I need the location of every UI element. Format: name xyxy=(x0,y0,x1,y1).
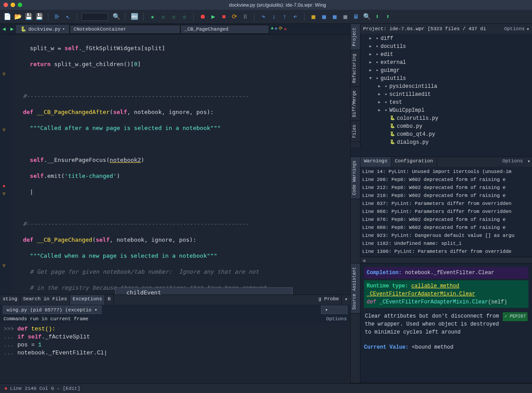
class-selector[interactable]: CNotebookContainer xyxy=(70,25,180,34)
cursor-icon[interactable]: ↖ xyxy=(63,12,72,21)
autocomplete-popup[interactable]: childEventchildrenClearconnectNotifycust… xyxy=(115,287,293,295)
warnings-list[interactable]: Line 14: PyLint: Unused import itertools… xyxy=(360,167,532,257)
bookmark-prev-icon[interactable]: ☆ xyxy=(159,12,168,21)
tree-item[interactable]: 🐍combo_qt4.py xyxy=(360,130,532,138)
tree-item[interactable]: 🐍colorutils.py xyxy=(360,114,532,122)
bottom-tab-search-in-files[interactable]: Search in Files xyxy=(20,295,70,305)
maximize-window-button[interactable] xyxy=(18,3,22,7)
tree-item[interactable]: 🐍dialogs.py xyxy=(360,138,532,146)
status-error-icon[interactable]: ✱ xyxy=(4,385,8,391)
code-editor[interactable]: ▽ ▽ ◆ ▽ ▽ split_w = self._fGtkSplitWidge… xyxy=(0,35,350,295)
bottom-options-link[interactable]: Options xyxy=(326,316,347,322)
debug-frame-selector[interactable]: ▾ xyxy=(321,306,348,314)
nav-forward-button[interactable]: ▶ xyxy=(8,26,16,32)
bookmark-next-icon[interactable]: ☆ xyxy=(169,12,178,21)
misc-icon-2[interactable]: ▦ xyxy=(320,12,329,21)
debug-repl[interactable]: >>> def test(): ... if self._fActiveSpli… xyxy=(0,323,350,383)
side-tab[interactable]: Files xyxy=(351,121,360,142)
side-tab[interactable]: Refactoring xyxy=(351,50,360,87)
toolbar-search-input[interactable] xyxy=(82,13,108,21)
tree-expand-icon[interactable]: ▶ xyxy=(378,83,383,90)
warnings-tab[interactable]: Warnings xyxy=(360,157,391,167)
debug-process-selector[interactable]: wing.py (pid 85777) (exceptio ▾ xyxy=(3,306,102,314)
bottom-tab-debug-probe[interactable]: g Probe xyxy=(316,295,342,305)
pause-icon[interactable]: ⏸ xyxy=(241,12,250,21)
tree-item[interactable]: ▶▪WGuiCppImpl xyxy=(360,106,532,114)
bottom-tab-b[interactable]: B xyxy=(105,295,114,305)
warning-item[interactable]: Line 866: PyLint: Parameters differ from… xyxy=(362,208,530,216)
tree-item[interactable]: ▶▪pysidescintilla xyxy=(360,83,532,90)
tab-dropdown-icon[interactable]: ▾ xyxy=(63,27,65,31)
tree-item[interactable]: ▶▪test xyxy=(360,98,532,106)
side-tab[interactable]: Project xyxy=(351,24,360,50)
indicator-blue-icon[interactable]: ⬖ xyxy=(275,26,278,32)
runtime-class-link[interactable]: _CEventFilterForAdapterMixin.Clear xyxy=(367,290,526,298)
find-icon[interactable]: 🔍 xyxy=(362,12,371,21)
tree-expand-icon[interactable]: ▶ xyxy=(378,90,383,98)
file-tab-dockview[interactable]: 🐍 dockview.py ▾ xyxy=(16,25,70,33)
misc-icon-5[interactable]: 🖥 xyxy=(352,12,360,21)
method-selector[interactable]: _CB_PageChanged xyxy=(180,25,269,34)
upload-icon[interactable]: ⬆ xyxy=(383,12,392,21)
tree-item[interactable]: ▶▪guimgr xyxy=(360,67,532,75)
indicator-green-icon[interactable]: ▲ xyxy=(271,26,274,32)
warning-item[interactable]: Line 14: PyLint: Unused import itertools… xyxy=(362,168,530,176)
stop-icon[interactable]: ■ xyxy=(219,12,228,21)
minimize-window-button[interactable] xyxy=(11,3,15,7)
tree-expand-icon[interactable]: ▼ xyxy=(369,75,374,83)
step-back-icon[interactable]: ↶ xyxy=(291,12,300,21)
restart-icon[interactable]: ⟳ xyxy=(230,12,239,21)
tree-expand-icon[interactable]: ▶ xyxy=(369,51,374,59)
run-icon[interactable]: ▶ xyxy=(209,12,218,21)
project-menu-icon[interactable]: ▾ xyxy=(526,26,529,32)
warning-item[interactable]: Line 1306: PyLint: Parameters differ fro… xyxy=(362,248,530,255)
side-tab[interactable]: Source Assistant xyxy=(351,263,360,314)
tree-expand-icon[interactable]: ▶ xyxy=(369,67,374,75)
warnings-scrollbar[interactable]: ◀ xyxy=(360,257,532,263)
bookmark-icon[interactable]: ★ xyxy=(148,12,157,21)
misc-icon-4[interactable]: ▦ xyxy=(341,12,350,21)
tree-expand-icon[interactable]: ▶ xyxy=(378,98,383,106)
warnings-options-link[interactable]: Options xyxy=(500,157,525,167)
misc-icon-3[interactable]: ▦ xyxy=(330,12,339,21)
warning-item[interactable]: Line 923: PyLint: Dangerous default valu… xyxy=(362,232,530,240)
tree-item[interactable]: ▶▪scintillaedit xyxy=(360,90,532,98)
warning-item[interactable]: Line 1182: Undefined name: split_i xyxy=(362,240,530,248)
replace-icon[interactable]: 🔤 xyxy=(130,12,139,21)
new-file-icon[interactable]: 📄 xyxy=(3,12,12,21)
warning-item[interactable]: Line 876: Pep8: W602 deprecated form of … xyxy=(362,216,530,224)
bottom-tab-exceptions[interactable]: Exceptions xyxy=(70,295,105,305)
step-into-icon[interactable]: ↓ xyxy=(270,12,278,21)
settings-icon[interactable]: ⊪ xyxy=(53,12,62,21)
search-icon[interactable]: 🔍 xyxy=(112,12,121,21)
tree-item[interactable]: 🐍combo.py xyxy=(360,122,532,130)
step-over-icon[interactable]: ↷ xyxy=(259,12,268,21)
bookmark-list-icon[interactable]: ☆ xyxy=(180,12,189,21)
open-folder-icon[interactable]: 📂 xyxy=(13,12,22,21)
warning-item[interactable]: Line 637: PyLint: Parameters differ from… xyxy=(362,200,530,208)
warning-item[interactable]: Line 212: Pep8: W602 deprecated form of … xyxy=(362,184,530,192)
close-editor-icon[interactable]: ✕ xyxy=(284,26,287,32)
warning-item[interactable]: Line 880: Pep8: W602 deprecated form of … xyxy=(362,224,530,232)
warnings-menu-icon[interactable]: ▾ xyxy=(525,157,532,167)
tree-expand-icon[interactable]: ▶ xyxy=(369,35,374,43)
tree-item[interactable]: ▶▪external xyxy=(360,59,532,67)
misc-icon-1[interactable]: ▦ xyxy=(309,12,318,21)
side-tab[interactable]: Code Warnings xyxy=(351,157,360,199)
bottom-tab-testing[interactable]: sting xyxy=(0,295,20,305)
save-icon[interactable]: 💾 xyxy=(24,12,33,21)
tree-item[interactable]: ▼▪guiutils xyxy=(360,75,532,83)
tree-item[interactable]: ▶▪diff xyxy=(360,35,532,43)
download-icon[interactable]: ⬇ xyxy=(373,12,382,21)
tree-expand-icon[interactable]: ▶ xyxy=(369,59,374,67)
side-tab[interactable]: Diff/Merge xyxy=(351,87,360,121)
runtime-type-link[interactable]: callable method xyxy=(411,283,459,289)
save-all-icon[interactable]: 💾 xyxy=(35,12,43,21)
warning-item[interactable]: Line 206: Pep8: W602 deprecated form of … xyxy=(362,176,530,184)
tree-item[interactable]: ▶▪docutils xyxy=(360,43,532,51)
step-out-icon[interactable]: ↑ xyxy=(280,12,289,21)
bottom-tabs-menu-icon[interactable]: ▾ xyxy=(342,295,350,305)
project-options-link[interactable]: Options xyxy=(504,26,524,31)
tree-expand-icon[interactable]: ▶ xyxy=(378,106,383,114)
indicator-yellow-icon[interactable]: ⟳ xyxy=(279,26,282,32)
